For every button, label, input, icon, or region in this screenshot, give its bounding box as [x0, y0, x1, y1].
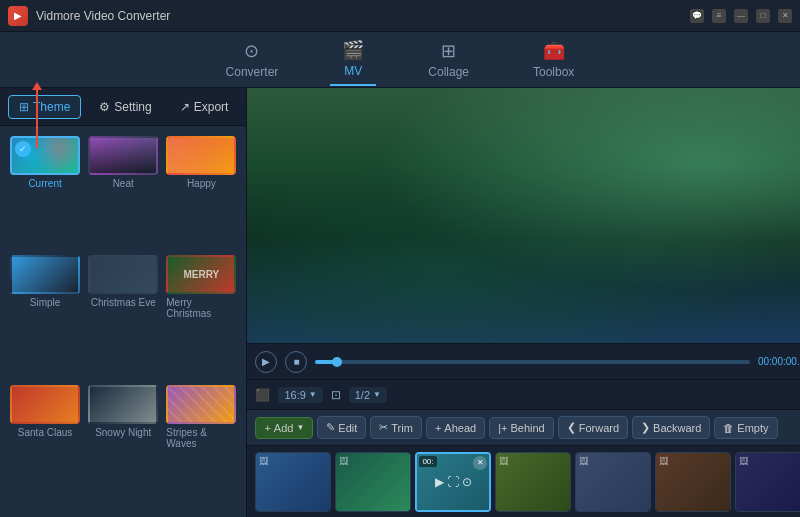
forward-button[interactable]: ❮ Forward	[558, 416, 628, 439]
chat-button[interactable]: 💬	[690, 9, 704, 23]
player-controls: ▶ ■ 00:00:00.00/00:00:40.00 🔊	[247, 343, 800, 379]
setting-button[interactable]: ⚙ Setting	[89, 96, 161, 118]
ahead-button[interactable]: + Ahead	[426, 417, 485, 439]
svg-point-7	[796, 88, 800, 128]
theme-thumb-neat	[88, 136, 158, 175]
svg-rect-2	[278, 94, 290, 246]
theme-item-snowy-night[interactable]: Snowy Night	[88, 385, 158, 507]
time-display: 00:00:00.00/00:00:40.00	[758, 356, 800, 367]
tab-toolbox-label: Toolbox	[533, 65, 574, 79]
theme-label-happy: Happy	[187, 178, 216, 189]
app-icon: ▶	[8, 6, 28, 26]
theme-item-stripes-waves[interactable]: Stripes & Waves	[166, 385, 236, 507]
empty-button[interactable]: 🗑 Empty	[714, 417, 777, 439]
setting-gear-icon: ⚙	[99, 100, 110, 114]
empty-label: Empty	[737, 422, 768, 434]
image-icon-4: 🖼	[499, 456, 508, 466]
play-button[interactable]: ▶	[255, 351, 277, 373]
behind-label: Behind	[510, 422, 544, 434]
theme-label-current: Current	[28, 178, 61, 189]
image-icon-5: 🖼	[579, 456, 588, 466]
theme-item-happy[interactable]: Happy	[166, 136, 236, 247]
theme-item-santa-claus[interactable]: Santa Claus	[10, 385, 80, 507]
scale-value: 1/2	[355, 389, 370, 401]
theme-label-simple: Simple	[30, 297, 61, 308]
preview-video	[247, 88, 800, 343]
svg-point-9	[543, 302, 558, 326]
scale-icon: ⊡	[331, 388, 341, 402]
theme-item-merry-christmas[interactable]: Merry Christmas	[166, 255, 236, 377]
timeline-zoom-icon: ⛶	[447, 475, 459, 489]
svg-rect-0	[247, 88, 800, 343]
timeline-item-1[interactable]: 🖼	[255, 452, 331, 512]
maximize-button[interactable]: □	[756, 9, 770, 23]
time-current: 00:00:00.00	[758, 356, 800, 367]
timeline-clock-icon: ⊙	[462, 475, 472, 489]
main-content: ⊞ Theme ⚙ Setting ↗ Export ✓ Current	[0, 88, 800, 517]
timeline-item-5[interactable]: 🖼	[575, 452, 651, 512]
theme-label-neat: Neat	[113, 178, 134, 189]
tab-toolbox[interactable]: 🧰 Toolbox	[521, 34, 586, 85]
export-arrow-icon: ↗	[180, 100, 190, 114]
theme-item-simple[interactable]: Simple	[10, 255, 80, 377]
theme-item-current[interactable]: ✓ Current	[10, 136, 80, 247]
progress-bar[interactable]	[315, 360, 750, 364]
timeline-item-3[interactable]: ✕ ▶ ⛶ ⊙ 00:	[415, 452, 491, 512]
export-label: Export	[194, 100, 229, 114]
backward-button[interactable]: ❯ Backward	[632, 416, 710, 439]
svg-rect-4	[338, 88, 353, 246]
close-button[interactable]: ✕	[778, 9, 792, 23]
timeline: 🖼 🖼 ✕ ▶ ⛶ ⊙ 00: 🖼	[247, 445, 800, 517]
collage-icon: ⊞	[441, 40, 456, 62]
theme-item-neat[interactable]: Neat	[88, 136, 158, 247]
theme-item-christmas-eve[interactable]: Christmas Eve	[88, 255, 158, 377]
toolbox-icon: 🧰	[543, 40, 565, 62]
svg-point-10	[573, 310, 588, 334]
edit-button[interactable]: ✎ Edit	[317, 416, 366, 439]
backward-icon: ❯	[641, 421, 650, 434]
preview-area	[247, 88, 800, 343]
svg-rect-11	[490, 185, 581, 246]
theme-label-merry-christmas: Merry Christmas	[166, 297, 236, 319]
trim-button[interactable]: ✂ Trim	[370, 416, 422, 439]
preview-svg	[247, 88, 800, 343]
tab-collage[interactable]: ⊞ Collage	[416, 34, 481, 85]
timeline-item-7[interactable]: 🖼	[735, 452, 800, 512]
aspect-ratio-dropdown[interactable]: 16:9 ▼	[278, 387, 322, 403]
setting-label: Setting	[114, 100, 151, 114]
tab-mv[interactable]: 🎬 MV	[330, 33, 376, 86]
aspect-control: ⬛ 16:9 ▼ ⊡ 1/2 ▼ Export	[247, 379, 800, 409]
add-dropdown-arrow: ▼	[296, 423, 304, 432]
converter-icon: ⊙	[244, 40, 259, 62]
tab-converter[interactable]: ⊙ Converter	[214, 34, 291, 85]
menu-button[interactable]: ≡	[712, 9, 726, 23]
behind-button[interactable]: |+ Behind	[489, 417, 554, 439]
aspect-ratio-chevron: ▼	[309, 390, 317, 399]
minimize-button[interactable]: —	[734, 9, 748, 23]
backward-label: Backward	[653, 422, 701, 434]
theme-label-santa-claus: Santa Claus	[18, 427, 72, 438]
theme-button[interactable]: ⊞ Theme	[8, 95, 81, 119]
timeline-item-6[interactable]: 🖼	[655, 452, 731, 512]
stop-button[interactable]: ■	[285, 351, 307, 373]
scale-chevron: ▼	[373, 390, 381, 399]
theme-thumb-christmas-eve	[88, 255, 158, 294]
scale-dropdown[interactable]: 1/2 ▼	[349, 387, 387, 403]
svg-point-3	[253, 88, 314, 155]
app-title: Vidmore Video Converter	[36, 9, 690, 23]
nav-tabs: ⊙ Converter 🎬 MV ⊞ Collage 🧰 Toolbox	[0, 32, 800, 88]
theme-grid-icon: ⊞	[19, 100, 29, 114]
add-icon: +	[264, 422, 270, 434]
aspect-ratio-value: 16:9	[284, 389, 305, 401]
theme-thumb-current: ✓	[10, 136, 80, 175]
add-button[interactable]: + Add ▼	[255, 417, 313, 439]
forward-label: Forward	[579, 422, 619, 434]
theme-thumb-snowy	[88, 385, 158, 424]
forward-icon: ❮	[567, 421, 576, 434]
export-button[interactable]: ↗ Export	[170, 96, 239, 118]
image-icon-2: 🖼	[339, 456, 348, 466]
timeline-item-2[interactable]: 🖼	[335, 452, 411, 512]
timeline-item-4[interactable]: 🖼	[495, 452, 571, 512]
left-panel: ⊞ Theme ⚙ Setting ↗ Export ✓ Current	[0, 88, 247, 517]
theme-thumb-stripes	[166, 385, 236, 424]
